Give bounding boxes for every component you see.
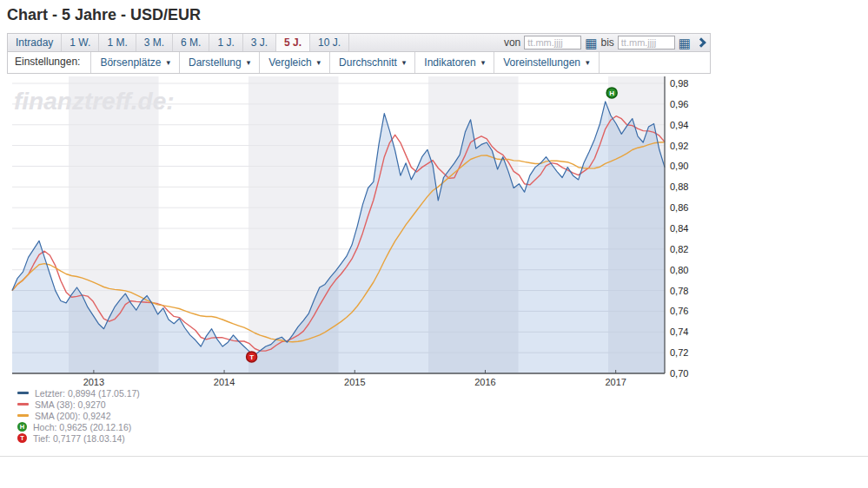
bis-label: bis xyxy=(600,36,613,49)
tab-1-w[interactable]: 1 W. xyxy=(62,34,99,51)
chevron-down-icon: ▾ xyxy=(247,58,251,67)
tab-1-m[interactable]: 1 M. xyxy=(99,34,136,51)
range-tabs: Intraday1 W.1 M.3 M.6 M.1 J.3 J.5 J.10 J… xyxy=(8,34,349,51)
settings-label: Einstellungen: xyxy=(8,52,90,73)
chevron-down-icon: ▾ xyxy=(402,58,407,67)
x-tick-label: 2015 xyxy=(344,377,365,387)
y-tick-label: 0,88 xyxy=(670,181,688,192)
tab-5-j[interactable]: 5 J. xyxy=(276,34,310,51)
x-tick-label: 2013 xyxy=(83,377,104,387)
legend-badge-icon: H xyxy=(17,422,27,432)
legend-text: Letzter: 0,8994 (17.05.17) xyxy=(35,388,140,399)
von-date-input[interactable] xyxy=(524,36,581,49)
bottom-divider xyxy=(0,456,868,457)
dropdown-vergleich[interactable]: Vergleich▾ xyxy=(259,52,329,73)
legend-badge-icon: T xyxy=(17,433,27,443)
legend-text: Hoch: 0,9625 (20.12.16) xyxy=(33,422,131,432)
y-tick-label: 0,78 xyxy=(670,286,688,296)
high-marker-letter: H xyxy=(609,89,614,97)
chevron-down-icon: ▾ xyxy=(166,58,170,67)
y-tick-label: 0,90 xyxy=(670,161,688,171)
legend-text: Tief: 0,7177 (18.03.14) xyxy=(33,433,125,444)
legend-item-tief: TTief: 0,7177 (18.03.14) xyxy=(17,432,140,444)
von-label: von xyxy=(504,36,520,49)
tab-1-j[interactable]: 1 J. xyxy=(209,34,242,51)
legend-item-sma-200: SMA (200): 0,9242 xyxy=(17,410,140,421)
y-tick-label: 0,74 xyxy=(670,326,688,337)
range-tab-row: Intraday1 W.1 M.3 M.6 M.1 J.3 J.5 J.10 J… xyxy=(7,33,711,52)
legend-item-sma-38: SMA (38): 0,9270 xyxy=(17,399,140,410)
dropdown-darstellung[interactable]: Darstellung▾ xyxy=(179,52,259,73)
y-tick-label: 0,94 xyxy=(670,120,688,130)
calendar-icon[interactable]: ▦ xyxy=(679,36,691,49)
tab-3-j[interactable]: 3 J. xyxy=(243,34,276,51)
y-tick-label: 0,92 xyxy=(670,141,688,151)
settings-dropdowns: Börsenplätze▾Darstellung▾Vergleich▾Durch… xyxy=(90,52,599,73)
y-tick-label: 0,80 xyxy=(670,265,688,275)
y-tick-label: 0,86 xyxy=(670,202,688,213)
legend-text: SMA (38): 0,9270 xyxy=(35,399,106,410)
y-tick-label: 0,84 xyxy=(670,223,688,234)
legend-item-letzter: Letzter: 0,8994 (17.05.17) xyxy=(17,387,140,399)
chevron-down-icon: ▾ xyxy=(586,58,590,67)
dropdown-b-rsenpl-tze[interactable]: Börsenplätze▾ xyxy=(90,52,179,73)
x-tick-label: 2016 xyxy=(474,377,495,387)
page-title: Chart - 5 Jahre - USD/EUR xyxy=(7,6,201,24)
legend-line-swatch xyxy=(17,403,29,406)
y-tick-label: 0,72 xyxy=(670,347,688,358)
low-marker-letter: T xyxy=(249,353,254,361)
y-tick-label: 0,70 xyxy=(670,368,688,379)
y-tick-label: 0,96 xyxy=(670,99,688,109)
dropdown-durchschnitt[interactable]: Durchschnitt▾ xyxy=(329,52,414,73)
chart-toolbar: Intraday1 W.1 M.3 M.6 M.1 J.3 J.5 J.10 J… xyxy=(7,33,711,74)
tab-6-m[interactable]: 6 M. xyxy=(173,34,209,51)
y-tick-label: 0,76 xyxy=(670,306,688,316)
settings-row: Einstellungen: Börsenplätze▾Darstellung▾… xyxy=(7,52,711,74)
chevron-down-icon: ▾ xyxy=(481,58,486,67)
x-tick-label: 2017 xyxy=(605,377,626,387)
tab-intraday[interactable]: Intraday xyxy=(8,34,62,51)
watermark: finanztreff.de: xyxy=(14,88,175,115)
legend-item-hoch: HHoch: 0,9625 (20.12.16) xyxy=(17,421,140,432)
apply-date-range-chevron-icon[interactable] xyxy=(696,37,706,47)
dropdown-voreinstellungen[interactable]: Voreinstellungen▾ xyxy=(494,52,599,73)
chart-legend: Letzter: 0,8994 (17.05.17)SMA (38): 0,92… xyxy=(17,387,140,444)
tab-3-m[interactable]: 3 M. xyxy=(136,34,173,51)
y-tick-label: 0,82 xyxy=(670,244,688,254)
legend-line-swatch xyxy=(17,414,29,417)
x-tick-label: 2014 xyxy=(214,377,235,387)
calendar-icon[interactable]: ▦ xyxy=(585,36,597,49)
y-tick-label: 0,98 xyxy=(670,78,688,89)
tab-10-j[interactable]: 10 J. xyxy=(310,34,349,51)
legend-text: SMA (200): 0,9242 xyxy=(35,411,111,421)
legend-line-swatch xyxy=(17,392,29,394)
date-range-filter: von ▦ bis ▦ xyxy=(504,34,710,51)
chevron-down-icon: ▾ xyxy=(317,58,321,67)
dropdown-indikatoren[interactable]: Indikatoren▾ xyxy=(414,52,494,73)
bis-date-input[interactable] xyxy=(618,36,675,49)
